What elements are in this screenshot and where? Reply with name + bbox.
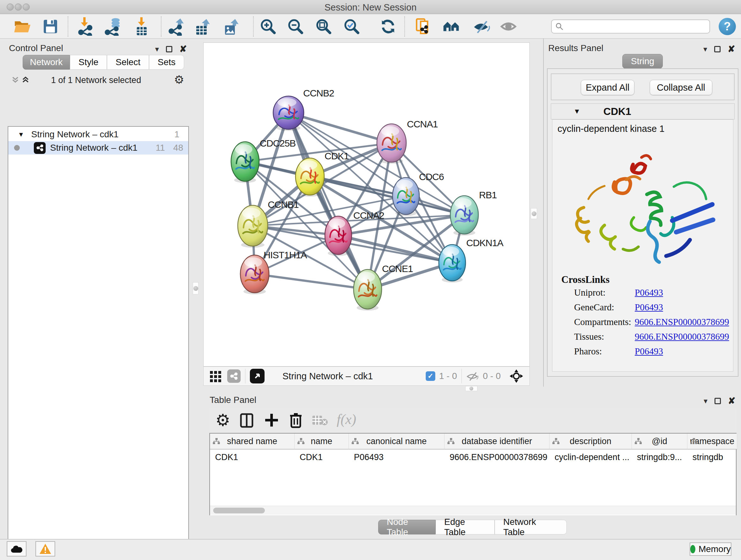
right-splitter-handle[interactable] <box>531 208 537 219</box>
section-collapse-arrow-icon[interactable]: ▼ <box>574 107 581 116</box>
show-columns-icon[interactable] <box>240 413 254 428</box>
grid-view-icon[interactable] <box>209 369 223 383</box>
column-header-id[interactable]: @id <box>632 434 687 449</box>
warnings-button[interactable] <box>36 541 55 557</box>
cell-sharedname[interactable]: CDK1 <box>210 449 294 465</box>
tab-network-table[interactable]: Network Table <box>495 520 567 535</box>
export-network-button[interactable] <box>167 17 187 36</box>
network-share-icon[interactable] <box>227 369 241 383</box>
tab-edge-table[interactable]: Edge Table <box>435 520 495 535</box>
left-splitter-handle[interactable] <box>193 282 199 294</box>
toolbar-separator <box>404 16 405 37</box>
tab-string[interactable]: String <box>622 54 663 69</box>
zoom-out-icon <box>286 17 305 36</box>
column-header-namespace[interactable]: namespace <box>687 434 737 449</box>
expand-all-chevron-icon[interactable] <box>11 75 20 84</box>
maximize-panel-icon[interactable] <box>714 46 721 52</box>
crosslink-link[interactable]: P06493 <box>635 302 663 313</box>
selected-nodes-checkbox[interactable]: ✓ <box>426 371 435 381</box>
crosslink-link[interactable]: 9606.ENSP00000378699 <box>635 331 729 342</box>
zoom-selected-button[interactable] <box>342 17 361 36</box>
tab-style[interactable]: Style <box>70 55 107 70</box>
column-header-canonicalname[interactable]: canonical name <box>349 434 445 449</box>
network-canvas[interactable]: CCNB2CCNA1CDC25BCDK1CDC6RB1CCNB1CCNA2CDK… <box>203 43 530 367</box>
control-panel-title: Control Panel <box>9 43 63 53</box>
network-node-CCNE1[interactable] <box>354 269 382 311</box>
collapse-all-chevron-icon[interactable] <box>21 75 30 84</box>
hide-unhide-button[interactable] <box>472 17 491 36</box>
zoom-out-button[interactable] <box>286 17 305 36</box>
column-header-description[interactable]: description <box>549 434 632 449</box>
cloud-button[interactable] <box>7 541 26 557</box>
home-network-button[interactable] <box>442 17 461 36</box>
tab-network[interactable]: Network <box>23 55 70 70</box>
cell-id[interactable]: stringdb:9... <box>632 449 687 465</box>
crosslink-link[interactable]: P06493 <box>635 287 663 298</box>
maximize-panel-icon[interactable] <box>715 398 721 404</box>
cell-description[interactable]: cyclin-dependent ... <box>549 449 632 465</box>
column-header-name[interactable]: name <box>294 434 349 449</box>
expand-all-button[interactable]: Expand All <box>581 80 634 95</box>
cell-canonicalname[interactable]: P06493 <box>349 449 445 465</box>
column-header-sharedname[interactable]: shared name <box>210 434 294 449</box>
export-image-button[interactable] <box>222 17 241 36</box>
close-panel-icon[interactable]: ✘ <box>728 395 735 406</box>
bottom-splitter-handle[interactable] <box>465 386 477 391</box>
network-row-selected[interactable]: String Network – cdk1 11 48 <box>8 141 188 154</box>
table-settings-gear-icon[interactable]: ⚙ <box>215 411 230 430</box>
toolbar-separator <box>253 16 254 37</box>
import-database-icon <box>104 17 123 36</box>
network-node-HIST1H1A[interactable] <box>240 255 269 294</box>
gene-section-header[interactable]: ▼ CDK1 <box>551 104 735 119</box>
import-table-button[interactable] <box>132 17 151 36</box>
add-column-icon[interactable] <box>264 413 279 428</box>
crosslink-link[interactable]: 9606.ENSP00000378699 <box>635 317 729 327</box>
hidden-eye-icon[interactable] <box>466 370 479 382</box>
help-button[interactable]: ? <box>719 18 736 35</box>
tab-select[interactable]: Select <box>107 55 149 70</box>
refresh-view-button[interactable] <box>379 17 398 36</box>
gear-icon[interactable]: ⚙ <box>174 73 184 86</box>
memory-button[interactable]: Memory <box>690 543 731 556</box>
column-header-databaseidentifier[interactable]: database identifier <box>445 434 549 449</box>
network-node-CCNB1[interactable] <box>238 205 268 248</box>
cell-name[interactable]: CDK1 <box>294 449 349 465</box>
float-panel-icon[interactable]: ▾ <box>155 45 159 54</box>
node-label-CDC6: CDC6 <box>419 172 444 182</box>
birds-eye-view-icon[interactable] <box>250 369 265 383</box>
crosslink-link[interactable]: P06493 <box>635 346 663 357</box>
zoom-in-button[interactable] <box>259 17 278 36</box>
save-session-button[interactable] <box>41 17 60 36</box>
network-from-file-button[interactable] <box>414 17 434 36</box>
cell-namespace[interactable]: stringdb <box>687 449 737 465</box>
import-network-from-database-button[interactable] <box>104 17 123 36</box>
network-graph[interactable]: CCNB2CCNA1CDC25BCDK1CDC6RB1CCNB1CCNA2CDK… <box>204 43 530 367</box>
pan-crosshair-icon[interactable] <box>509 369 524 383</box>
network-node-CDC25B[interactable] <box>231 142 259 183</box>
float-panel-icon[interactable]: ▾ <box>704 396 708 406</box>
node-table[interactable]: shared namenamecanonical namedatabase id… <box>209 433 737 515</box>
network-collection-row[interactable]: ▼ String Network – cdk1 1 <box>8 128 188 141</box>
close-panel-icon[interactable]: ✘ <box>179 44 187 54</box>
network-node-RB1[interactable] <box>450 196 478 236</box>
float-panel-icon[interactable]: ▾ <box>703 45 707 54</box>
maximize-panel-icon[interactable] <box>166 46 172 52</box>
show-eye-button[interactable] <box>499 17 519 36</box>
scrollbar-thumb[interactable] <box>213 508 265 513</box>
tab-node-table[interactable]: Node Table <box>378 520 435 535</box>
collapse-all-button[interactable]: Collapse All <box>650 80 712 95</box>
search-input[interactable] <box>551 19 710 34</box>
open-session-button[interactable] <box>13 17 32 36</box>
import-network-button[interactable] <box>77 17 96 36</box>
table-horizontal-scrollbar[interactable] <box>210 506 736 515</box>
zoom-fit-button[interactable] <box>314 17 333 36</box>
close-panel-icon[interactable]: ✘ <box>728 44 735 54</box>
cloud-icon <box>10 544 23 553</box>
tab-sets[interactable]: Sets <box>149 55 184 70</box>
cell-databaseidentifier[interactable]: 9606.ENSP00000378699 <box>445 449 549 465</box>
export-table-button[interactable] <box>193 17 212 36</box>
network-node-CDKN1A[interactable] <box>439 245 466 283</box>
tree-expand-arrow-icon[interactable]: ▼ <box>18 131 24 138</box>
network-node-CCNA1[interactable] <box>377 124 406 164</box>
delete-column-icon[interactable] <box>289 412 303 428</box>
